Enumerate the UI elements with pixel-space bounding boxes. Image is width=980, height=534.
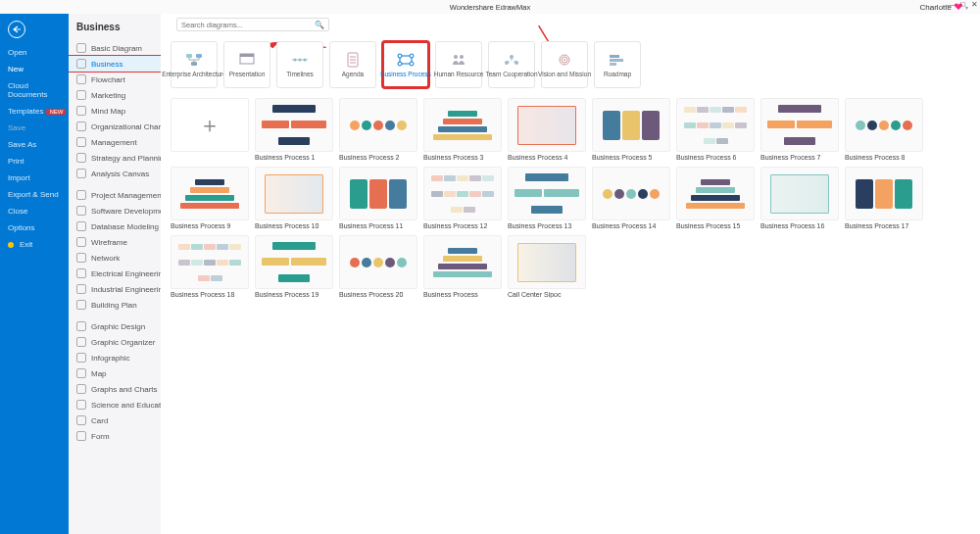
type-human-resource[interactable]: Human Resource: [435, 41, 482, 88]
back-button[interactable]: [8, 21, 25, 38]
category-wireframe[interactable]: Wireframe: [69, 234, 161, 250]
category-industrial-engineering[interactable]: Industrial Engineering: [69, 281, 161, 297]
category-network[interactable]: Network: [69, 250, 161, 266]
category-label: Marketing: [91, 91, 125, 100]
template-business-process-6[interactable]: Business Process 6: [676, 98, 755, 161]
type-business-process[interactable]: Business Process: [382, 41, 429, 88]
template-business-process-9[interactable]: Business Process 9: [171, 167, 249, 229]
template-business-process-10[interactable]: Business Process 10: [255, 167, 333, 229]
category-strategy-and-planning[interactable]: Strategy and Planning: [69, 150, 161, 166]
svg-rect-4: [186, 54, 192, 58]
app-sidebar: OpenNewCloud DocumentsTemplatesNEWSaveSa…: [0, 14, 69, 534]
category-science-and-education[interactable]: Science and Education: [69, 397, 161, 413]
category-building-plan[interactable]: Building Plan: [69, 297, 161, 313]
search-input[interactable]: [181, 21, 315, 29]
category-graphic-design[interactable]: Graphic Design: [69, 318, 161, 334]
category-management[interactable]: Management: [69, 134, 161, 150]
template-business-process-11[interactable]: Business Process 11: [339, 167, 417, 229]
sidebar-item-save[interactable]: Save: [0, 120, 69, 136]
category-icon: [76, 59, 86, 69]
template-business-process-17[interactable]: Business Process 17: [845, 167, 923, 229]
svg-point-11: [304, 58, 307, 61]
type-timelines[interactable]: Timelines: [276, 41, 323, 88]
category-graphs-and-charts[interactable]: Graphs and Charts: [69, 381, 161, 397]
sidebar-item-open[interactable]: Open: [0, 44, 69, 61]
template-business-process-16[interactable]: Business Process 16: [760, 167, 839, 229]
category-graphic-organizer[interactable]: Graphic Organizer: [69, 334, 161, 350]
svg-rect-8: [240, 54, 254, 57]
sidebar-item-export-send[interactable]: Export & Send: [0, 186, 69, 203]
category-database-modeling[interactable]: Database Modeling: [69, 218, 161, 234]
category-card[interactable]: Card: [69, 413, 161, 428]
type-roadmap[interactable]: Roadmap: [594, 41, 641, 88]
plus-icon: ＋: [199, 111, 220, 140]
template-business-process-1[interactable]: Business Process 1: [255, 98, 333, 161]
sidebar-item-templates[interactable]: TemplatesNEW: [0, 103, 69, 120]
template-thumb: [508, 98, 586, 152]
category-label: Card: [91, 416, 108, 425]
category-analysis-canvas[interactable]: Analysis Canvas: [69, 166, 161, 181]
type-label: Human Resource: [434, 71, 484, 77]
sidebar-item-import[interactable]: Import: [0, 170, 69, 186]
type-enterprise-architecture[interactable]: Enterprise Architecture: [171, 41, 218, 88]
template-business-process-2[interactable]: Business Process 2: [339, 98, 417, 161]
category-electrical-engineering[interactable]: Electrical Engineering: [69, 266, 161, 281]
sidebar-item-options[interactable]: Options: [0, 219, 69, 236]
template-thumb: [423, 235, 502, 289]
template-business-process-7[interactable]: Business Process 7: [760, 98, 839, 161]
category-marketing[interactable]: Marketing: [69, 87, 161, 103]
sidebar-item-close[interactable]: Close: [0, 203, 69, 219]
template-business-process-12[interactable]: Business Process 12: [423, 167, 502, 229]
category-business[interactable]: Business: [69, 56, 161, 72]
sidebar-item-save-as[interactable]: Save As: [0, 136, 69, 153]
template-business-process-14[interactable]: Business Process 14: [592, 167, 670, 229]
template-business-process-8[interactable]: Business Process 8: [845, 98, 923, 161]
sidebar-item-print[interactable]: Print: [0, 153, 69, 170]
template-business-process-3[interactable]: Business Process 3: [423, 98, 502, 161]
template-thumb: [508, 235, 586, 289]
category-flowchart[interactable]: Flowchart: [69, 72, 161, 87]
template-business-process-4[interactable]: Business Process 4: [508, 98, 586, 161]
close-button[interactable]: ✕: [971, 0, 978, 9]
category-label: Business: [91, 60, 122, 69]
type-presentation[interactable]: Presentation: [223, 41, 270, 88]
template-business-process[interactable]: Business Process: [423, 235, 502, 298]
template-business-process-15[interactable]: Business Process 15: [676, 167, 755, 229]
category-project-management[interactable]: Project Management: [69, 187, 161, 203]
category-icon: [76, 206, 86, 216]
category-basic-diagram[interactable]: Basic Diagram: [69, 40, 161, 56]
svg-point-13: [398, 54, 402, 58]
category-label: Strategy and Planning: [91, 154, 161, 163]
template-call-center-sipoc[interactable]: Call Center Sipoc: [508, 235, 586, 298]
type-vision-and-mission[interactable]: Vision and Mission: [541, 41, 588, 88]
search-box[interactable]: 🔍: [176, 18, 329, 31]
template-business-process-5[interactable]: Business Process 5: [592, 98, 670, 161]
sidebar-item-new[interactable]: New: [0, 61, 69, 77]
type-agenda[interactable]: Agenda: [329, 41, 376, 88]
type-team-cooperation[interactable]: Team Cooperation: [488, 41, 535, 88]
template-business-process-18[interactable]: Business Process 18: [171, 235, 249, 298]
maximize-button[interactable]: □: [960, 0, 965, 9]
template-name: Business Process 8: [845, 154, 923, 161]
sidebar-item-exit[interactable]: Exit: [0, 236, 69, 253]
template-business-process-20[interactable]: Business Process 20: [339, 235, 417, 298]
svg-rect-5: [196, 54, 202, 58]
category-label: Organizational Chart: [91, 122, 161, 131]
template-business-process-19[interactable]: Business Process 19: [255, 235, 333, 298]
category-map[interactable]: Map: [69, 365, 161, 381]
category-infographic[interactable]: Infographic: [69, 350, 161, 365]
minimize-button[interactable]: —: [947, 0, 955, 9]
search-icon[interactable]: 🔍: [315, 21, 324, 29]
category-organizational-chart[interactable]: Organizational Chart: [69, 119, 161, 134]
template-thumb: [760, 167, 839, 220]
template-blank[interactable]: ＋: [171, 98, 249, 161]
category-form[interactable]: Form: [69, 428, 161, 444]
category-mind-map[interactable]: Mind Map: [69, 103, 161, 119]
sidebar-item-cloud-documents[interactable]: Cloud Documents: [0, 77, 69, 103]
content-area: 🔍 Enterprise ArchitecturePresentationTim…: [161, 14, 980, 534]
type-label: Vision and Mission: [538, 71, 591, 77]
category-software-development[interactable]: Software Development: [69, 203, 161, 218]
category-label: Electrical Engineering: [91, 269, 161, 278]
type-icon: [290, 52, 310, 68]
template-business-process-13[interactable]: Business Process 13: [508, 167, 586, 229]
